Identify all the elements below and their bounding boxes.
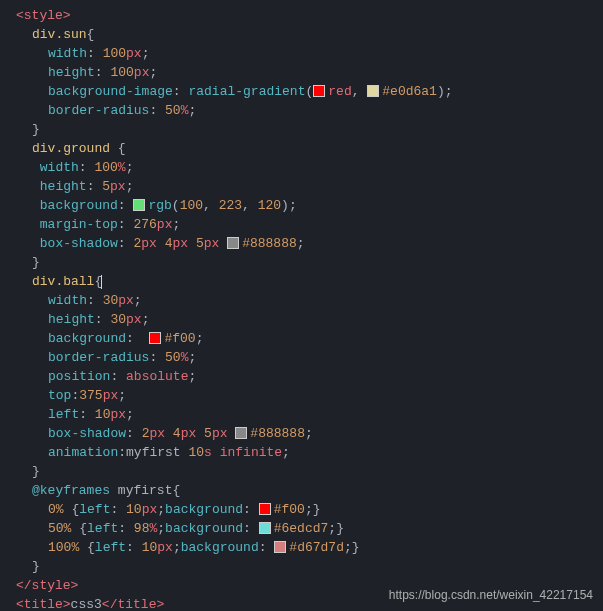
code-line: border-radius: 50%; xyxy=(8,101,603,120)
code-editor[interactable]: <style> div.sun{ width: 100px; height: 1… xyxy=(0,0,603,611)
color-swatch xyxy=(149,332,161,344)
code-line: border-radius: 50%; xyxy=(8,348,603,367)
watermark-text: https://blog.csdn.net/weixin_42217154 xyxy=(389,586,593,605)
color-swatch xyxy=(235,427,247,439)
code-line: background: rgb(100, 223, 120); xyxy=(8,196,603,215)
code-line: div.sun{ xyxy=(8,25,603,44)
code-line: width: 30px; xyxy=(8,291,603,310)
code-line: animation:myfirst 10s infinite; xyxy=(8,443,603,462)
code-line: height: 5px; xyxy=(8,177,603,196)
code-line: <style> xyxy=(8,6,603,25)
color-swatch xyxy=(367,85,379,97)
code-line: position: absolute; xyxy=(8,367,603,386)
code-line: top:375px; xyxy=(8,386,603,405)
code-line: background: #f00; xyxy=(8,329,603,348)
code-line: @keyframes myfirst{ xyxy=(8,481,603,500)
code-line: width: 100px; xyxy=(8,44,603,63)
code-line: width: 100%; xyxy=(8,158,603,177)
text-cursor xyxy=(101,275,102,289)
code-line: left: 10px; xyxy=(8,405,603,424)
code-line: height: 100px; xyxy=(8,63,603,82)
color-swatch xyxy=(259,503,271,515)
code-line: box-shadow: 2px 4px 5px #888888; xyxy=(8,234,603,253)
code-line: height: 30px; xyxy=(8,310,603,329)
code-line: div.ball{ xyxy=(8,272,603,291)
color-swatch xyxy=(227,237,239,249)
code-line: 0% {left: 10px;background: #f00;} xyxy=(8,500,603,519)
color-swatch xyxy=(313,85,325,97)
code-line: margin-top: 276px; xyxy=(8,215,603,234)
color-swatch xyxy=(274,541,286,553)
code-line: } xyxy=(8,253,603,272)
code-line: } xyxy=(8,557,603,576)
code-line: box-shadow: 2px 4px 5px #888888; xyxy=(8,424,603,443)
code-line: background-image: radial-gradient(red, #… xyxy=(8,82,603,101)
code-line: 50% {left: 98%;background: #6edcd7;} xyxy=(8,519,603,538)
code-line: } xyxy=(8,120,603,139)
code-line: div.ground { xyxy=(8,139,603,158)
code-line: } xyxy=(8,462,603,481)
color-swatch xyxy=(259,522,271,534)
tag: <style> xyxy=(16,8,71,23)
color-swatch xyxy=(133,199,145,211)
code-line: 100% {left: 10px;background: #d67d7d;} xyxy=(8,538,603,557)
